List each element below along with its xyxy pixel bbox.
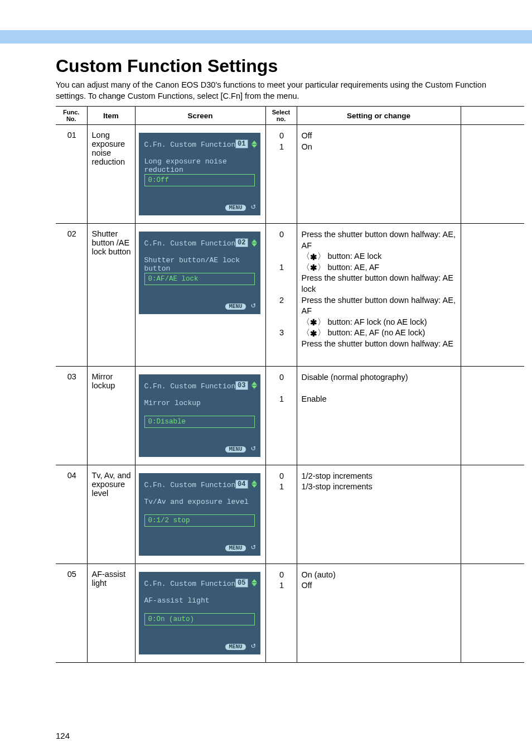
lcd-value: 0:AF/AE lock — [144, 273, 255, 285]
lcd-title: C.Fn. Custom Function — [144, 382, 236, 391]
col-setting: Setting or change — [297, 107, 461, 125]
spinner-icon — [252, 138, 257, 150]
lcd-func-number: 04 — [235, 480, 248, 489]
table-row: 04 Tv, Av, and exposure level C.Fn. Cust… — [56, 465, 524, 564]
cell-setting: Disable (normal photography) Enable — [297, 366, 461, 465]
lcd-func-number: 05 — [235, 579, 248, 588]
cell-screen: C.Fn. Custom Function 05 AF-assist light… — [135, 564, 265, 662]
header-band — [0, 30, 532, 44]
lcd-screen: C.Fn. Custom Function 05 AF-assist light… — [139, 572, 260, 654]
lcd-subtitle: AF-assist light — [144, 596, 255, 605]
back-icon: ↺ — [251, 300, 255, 310]
lcd-title: C.Fn. Custom Function — [144, 239, 236, 248]
spinner-icon — [252, 380, 257, 391]
table-header-row: Func. No. Item Screen Select no. Setting… — [56, 107, 524, 125]
spinner-icon — [252, 237, 257, 248]
cell-screen: C.Fn. Custom Function 02 Shutter button/… — [135, 224, 265, 367]
custom-function-table: Func. No. Item Screen Select no. Setting… — [56, 106, 524, 663]
lcd-func-number: 03 — [235, 381, 248, 390]
cell-setting: Press the shutter button down halfway: A… — [297, 224, 461, 367]
star-icon: ✱ — [310, 263, 317, 272]
lcd-value: 0:1/2 stop — [144, 514, 255, 527]
cell-func-no: 04 — [56, 465, 87, 564]
back-icon: ↺ — [251, 443, 255, 452]
lcd-subtitle: Shutter button/AE lock button — [144, 256, 255, 273]
lcd-subtitle: Tv/Av and exposure level — [144, 498, 255, 506]
back-icon: ↺ — [251, 201, 255, 211]
cell-setting: On (auto)Off — [297, 564, 461, 662]
cell-func-no: 03 — [56, 366, 87, 465]
table-row: 03 Mirror lockup C.Fn. Custom Function 0… — [56, 366, 524, 465]
cell-extra — [461, 564, 524, 662]
cell-extra — [461, 465, 524, 564]
back-icon: ↺ — [251, 641, 255, 650]
table-row: 02 Shutter button /AE lock button C.Fn. … — [56, 224, 524, 367]
lcd-title: C.Fn. Custom Function — [144, 580, 236, 588]
lcd-value: 0:Off — [144, 174, 255, 186]
cell-item: AF-assist light — [87, 564, 135, 662]
cell-item: Tv, Av, and exposure level — [87, 465, 135, 564]
cell-func-no: 05 — [56, 564, 87, 662]
cell-select-no: 0 1 — [265, 125, 297, 224]
spinner-icon — [252, 479, 257, 490]
lcd-screen: C.Fn. Custom Function 01 Long exposure n… — [139, 133, 260, 215]
cell-select-no: 0 1 — [265, 564, 297, 662]
lcd-menu-badge: MENU — [225, 545, 245, 551]
col-select-no: Select no. — [265, 107, 297, 125]
cell-select-no: 0 1 2 3 — [265, 224, 297, 367]
lcd-func-number: 02 — [235, 238, 248, 247]
spinner-icon — [252, 577, 257, 589]
table-row: 05 AF-assist light C.Fn. Custom Function… — [56, 564, 524, 662]
lcd-menu-badge: MENU — [225, 304, 245, 310]
cell-setting: 1/2-stop increments1/3-stop increments — [297, 465, 461, 564]
cell-item: Mirror lockup — [87, 366, 135, 465]
cell-func-no: 01 — [56, 125, 87, 224]
cell-setting: OffOn — [297, 125, 461, 224]
table-row: 01 Long exposure noise reduction C.Fn. C… — [56, 125, 524, 224]
cell-screen: C.Fn. Custom Function 04 Tv/Av and expos… — [135, 465, 265, 564]
lcd-menu-badge: MENU — [225, 446, 245, 452]
lcd-screen: C.Fn. Custom Function 04 Tv/Av and expos… — [139, 473, 260, 556]
page-title: Custom Function Settings — [56, 56, 532, 76]
cell-item: Shutter button /AE lock button — [87, 224, 135, 367]
col-item: Item — [87, 107, 135, 125]
lcd-title: C.Fn. Custom Function — [144, 481, 236, 489]
lcd-screen: C.Fn. Custom Function 03 Mirror lockup 0… — [139, 374, 260, 457]
cell-func-no: 02 — [56, 224, 87, 367]
lcd-menu-badge: MENU — [225, 205, 245, 211]
col-func-no: Func. No. — [56, 107, 87, 125]
cell-extra — [461, 366, 524, 465]
cell-screen: C.Fn. Custom Function 01 Long exposure n… — [135, 125, 265, 224]
col-screen: Screen — [135, 107, 265, 125]
lcd-menu-badge: MENU — [225, 644, 245, 650]
star-icon: ✱ — [310, 253, 317, 261]
lcd-value: 0:Disable — [144, 416, 255, 428]
lcd-subtitle: Mirror lockup — [144, 399, 255, 407]
intro-paragraph: You can adjust many of the Canon EOS D30… — [56, 80, 516, 102]
cell-item: Long exposure noise reduction — [87, 125, 135, 224]
lcd-subtitle: Long exposure noise reduction — [144, 157, 255, 174]
page-number: 124 — [56, 731, 70, 740]
cell-extra — [461, 224, 524, 367]
lcd-title: C.Fn. Custom Function — [144, 141, 236, 149]
cell-select-no: 0 1 — [265, 366, 297, 465]
cell-select-no: 0 1 — [265, 465, 297, 564]
lcd-screen: C.Fn. Custom Function 02 Shutter button/… — [139, 232, 260, 314]
col-extra — [461, 107, 524, 125]
star-icon: ✱ — [310, 318, 317, 326]
cell-extra — [461, 125, 524, 224]
star-icon: ✱ — [310, 329, 317, 338]
cell-screen: C.Fn. Custom Function 03 Mirror lockup 0… — [135, 366, 265, 465]
lcd-value: 0:On (auto) — [144, 613, 255, 625]
back-icon: ↺ — [251, 542, 255, 551]
lcd-func-number: 01 — [235, 139, 248, 148]
